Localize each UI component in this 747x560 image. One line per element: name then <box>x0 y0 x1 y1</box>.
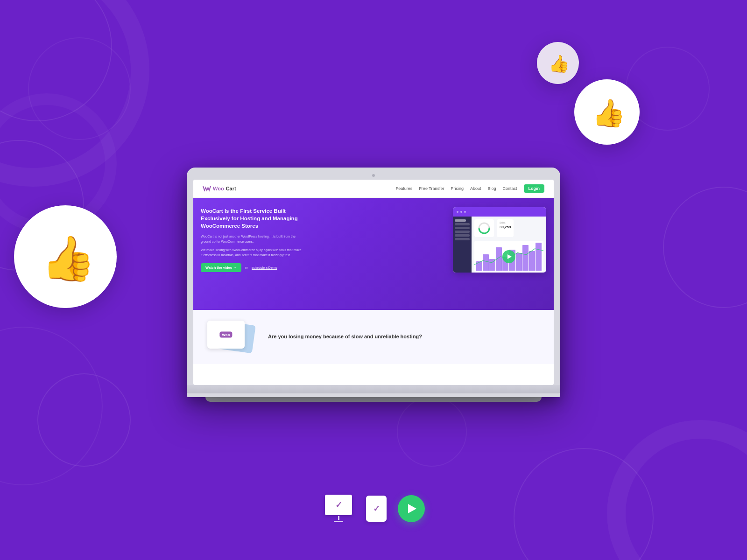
thumbs-up-large-icon: 👍 <box>35 226 96 287</box>
nav-contact[interactable]: Contact <box>502 186 517 191</box>
hero-section: WooCart Is the First Service Built Exclu… <box>193 198 554 310</box>
dashboard-topbar <box>453 207 546 217</box>
nav-free-transfer[interactable]: Free Transfer <box>419 186 444 191</box>
tablet-icon: ✓ <box>366 496 387 522</box>
stat-2: Sales 30,259 <box>497 219 514 237</box>
nav-pricing[interactable]: Pricing <box>451 186 464 191</box>
schedule-demo-link[interactable]: schedule a Demo <box>252 266 277 269</box>
monitor-screen: ✓ <box>325 495 352 515</box>
bottom-icons-section: ✓ ✓ <box>322 495 425 523</box>
logo-woo-text: Woo <box>213 186 224 191</box>
stat-1 <box>474 219 494 237</box>
monitor-checkmark: ✓ <box>335 500 342 510</box>
bottom-text: Are you losing money because of slow and… <box>268 333 544 340</box>
dashboard-sidebar <box>453 217 472 273</box>
logo-cart-text: Cart <box>226 186 236 191</box>
play-triangle-icon <box>507 254 512 259</box>
login-button[interactable]: Login <box>524 184 545 193</box>
dashboard-stats: Sales 30,259 <box>474 219 543 237</box>
nav-about[interactable]: About <box>470 186 481 191</box>
thumbs-up-large: 👍 <box>14 205 117 308</box>
site-nav: Woo Cart Features Free Transfer Pricing … <box>193 180 554 198</box>
woo-card-front: Woo <box>207 321 245 349</box>
dashboard-play-button[interactable] <box>502 250 515 263</box>
thumbs-up-medium: 👍 <box>574 79 640 145</box>
dashboard-mockup: Sales 30,259 <box>453 207 546 273</box>
progress-circle <box>477 221 491 235</box>
laptop-screen: Woo Cart Features Free Transfer Pricing … <box>193 180 554 385</box>
nav-features[interactable]: Features <box>396 186 413 191</box>
dashboard-body: Sales 30,259 <box>453 217 546 273</box>
hero-desc-2: We make selling with WooCommerce a joy a… <box>201 248 303 258</box>
hero-cta: Watch the video → or schedule a Demo <box>201 263 445 272</box>
laptop-base <box>187 385 560 393</box>
svg-text:👍: 👍 <box>41 233 96 285</box>
bottom-heading: Are you losing money because of slow and… <box>268 333 544 340</box>
nav-links: Features Free Transfer Pricing About Blo… <box>396 184 544 193</box>
hero-desc-1: WooCart is not just another WordPress ho… <box>201 234 303 244</box>
hero-right: Sales 30,259 <box>453 207 546 301</box>
monitor-stand <box>338 516 339 520</box>
main-scene: Woo Cart Features Free Transfer Pricing … <box>0 0 747 560</box>
thumbs-up-medium-icon: 👍 <box>588 93 626 131</box>
watch-video-button[interactable]: Watch the video → <box>201 263 241 272</box>
svg-text:👍: 👍 <box>592 97 626 129</box>
hero-title: WooCart Is the First Service Built Exclu… <box>201 207 313 230</box>
laptop-screen-outer: Woo Cart Features Free Transfer Pricing … <box>187 168 560 397</box>
nav-blog[interactable]: Blog <box>487 186 496 191</box>
dashboard-content: Sales 30,259 <box>472 217 546 273</box>
play-triangle-large-icon <box>408 504 416 513</box>
hero-left: WooCart Is the First Service Built Exclu… <box>201 207 445 301</box>
woo-logo-icon <box>203 185 211 192</box>
thumbs-up-small: 👍 <box>537 42 579 84</box>
laptop-foot <box>205 397 542 402</box>
laptop-mockup: Woo Cart Features Free Transfer Pricing … <box>187 168 560 402</box>
monitor-icon-group: ✓ <box>322 495 355 523</box>
site-logo: Woo Cart <box>203 185 236 192</box>
woo-cards-visual: Woo <box>203 318 259 356</box>
monitor-base <box>334 521 343 522</box>
woo-badge: Woo <box>219 332 232 338</box>
svg-text:👍: 👍 <box>549 54 570 74</box>
thumbs-up-small-icon: 👍 <box>546 51 570 75</box>
laptop-camera <box>372 174 375 177</box>
site-bottom-section: Woo Are you losing money because of slow… <box>193 310 554 364</box>
dashboard-chart <box>474 241 543 273</box>
hero-or-text: or <box>245 266 248 269</box>
laptop: Woo Cart Features Free Transfer Pricing … <box>187 168 560 402</box>
bottom-play-button[interactable] <box>398 495 425 522</box>
tablet-checkmark: ✓ <box>373 504 380 514</box>
